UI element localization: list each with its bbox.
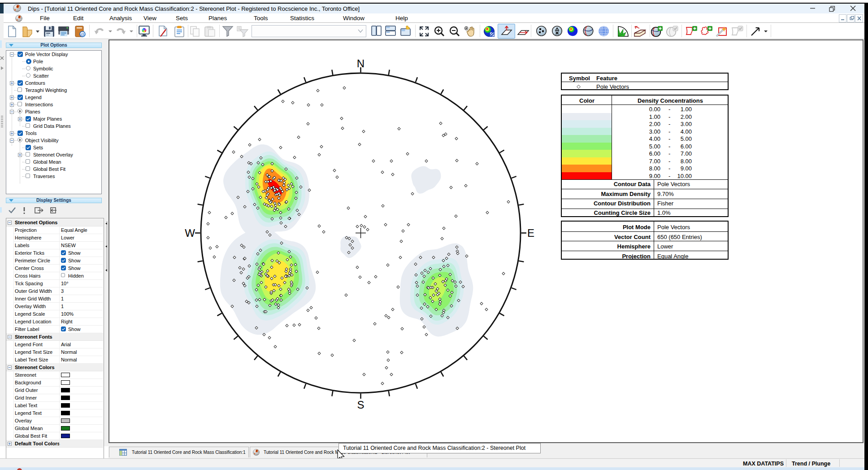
svg-text:S: S: [357, 399, 364, 411]
svg-text:@: @: [80, 32, 84, 37]
svg-text:N: N: [357, 57, 365, 70]
svg-text:W: W: [185, 227, 195, 239]
svg-text:E: E: [527, 227, 534, 239]
